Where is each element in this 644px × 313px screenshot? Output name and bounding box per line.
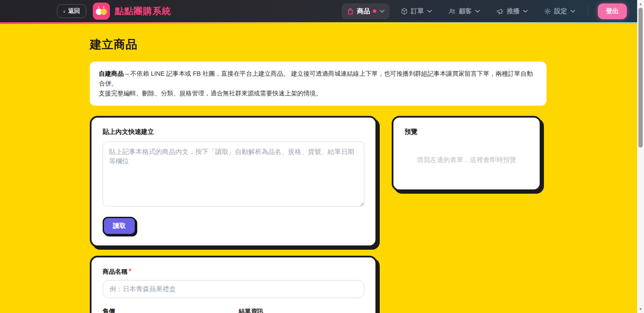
gear-icon — [544, 8, 551, 15]
deadline-label: 結單資訊 — [239, 307, 364, 313]
chevron-down-icon — [380, 10, 384, 13]
product-name-input[interactable] — [103, 280, 364, 298]
main-nav: 商品 訂單 顧客 — [342, 3, 627, 19]
left-column: 貼上內文快速建立 讀取 商品名稱* 售價 結單資訊 — [90, 116, 377, 313]
vertical-scrollbar[interactable]: ▲ ▼ — [637, 0, 644, 313]
price-label: 售價 — [103, 307, 228, 313]
logo-dot-icon — [103, 6, 104, 8]
shopping-bag-icon — [347, 8, 354, 15]
nav-item-broadcast[interactable]: 推播 — [491, 3, 533, 19]
cards-row: 貼上內文快速建立 讀取 商品名稱* 售價 結單資訊 — [90, 116, 554, 313]
nav-item-label: 設定 — [554, 7, 567, 15]
price-field-group: 售價 — [103, 307, 228, 313]
nav-item-products[interactable]: 商品 — [342, 3, 390, 19]
intro-line1: – 不依賴 LINE 記事本或 FB 社團，直接在平台上建立商品。 建立後可透過… — [99, 70, 533, 87]
chevron-down-icon — [475, 10, 480, 13]
chevron-down-icon — [570, 10, 575, 13]
intro-line2: 支援完整編輯、刪除、分類、規格管理，適合無社群來源或需要快速上架的情境。 — [99, 90, 322, 97]
top-navbar: ‹ 返回 點點團購系統 商品 訂單 — [0, 0, 644, 22]
logo-dot-icon — [98, 6, 99, 8]
app-logo[interactable] — [93, 3, 110, 20]
nav-item-customers[interactable]: 顧客 — [443, 3, 485, 19]
users-icon — [448, 8, 456, 15]
intro-bold-text: 自建商品 — [99, 70, 124, 77]
logout-button[interactable]: 登出 — [598, 3, 627, 19]
deadline-field-group: 結單資訊 — [239, 307, 364, 313]
logo-circle-yellow — [100, 9, 107, 15]
scroll-down-arrow-icon[interactable]: ▼ — [637, 306, 644, 312]
intro-info-card: 自建商品 – 不依賴 LINE 記事本或 FB 社團，直接在平台上建立商品。 建… — [90, 62, 547, 106]
notification-dot — [373, 9, 376, 13]
nav-item-label: 推播 — [507, 7, 520, 15]
preview-card-title: 預覽 — [405, 128, 529, 136]
brand-title: 點點團購系統 — [115, 5, 171, 17]
paste-content-textarea[interactable] — [103, 142, 364, 207]
back-button[interactable]: ‹ 返回 — [57, 4, 86, 18]
nav-item-settings[interactable]: 設定 — [539, 3, 580, 19]
chevron-down-icon — [523, 10, 528, 13]
product-name-label: 商品名稱 — [103, 268, 127, 275]
page-title: 建立商品 — [90, 37, 554, 52]
parse-button[interactable]: 讀取 — [103, 217, 136, 235]
main-content: 建立商品 自建商品 – 不依賴 LINE 記事本或 FB 社團，直接在平台上建立… — [0, 24, 554, 313]
preview-card: 預覽 填寫左邊的表單，這裡會即時預覽 — [392, 116, 541, 191]
quick-paste-card-title: 貼上內文快速建立 — [103, 128, 364, 136]
price-deadline-row: 售價 結單資訊 — [103, 307, 364, 313]
product-form-card: 商品名稱* 售價 結單資訊 — [90, 256, 377, 313]
nav-item-label: 商品 — [357, 7, 370, 15]
quick-paste-card: 貼上內文快速建立 讀取 — [90, 116, 377, 247]
required-asterisk: * — [129, 268, 131, 275]
preview-empty-text: 填寫左邊的表單，這裡會即時預覽 — [405, 156, 529, 177]
nav-item-label: 顧客 — [459, 7, 472, 15]
chevron-left-icon: ‹ — [63, 9, 65, 14]
chevron-down-icon — [427, 10, 432, 13]
nav-divider — [588, 6, 588, 17]
package-icon — [401, 8, 408, 15]
nav-item-orders[interactable]: 訂單 — [396, 3, 437, 19]
scrollbar-thumb[interactable] — [638, 8, 643, 148]
back-button-label: 返回 — [68, 7, 80, 15]
megaphone-icon — [496, 8, 504, 15]
nav-item-label: 訂單 — [411, 7, 424, 15]
scroll-up-arrow-icon[interactable]: ▲ — [637, 1, 644, 7]
